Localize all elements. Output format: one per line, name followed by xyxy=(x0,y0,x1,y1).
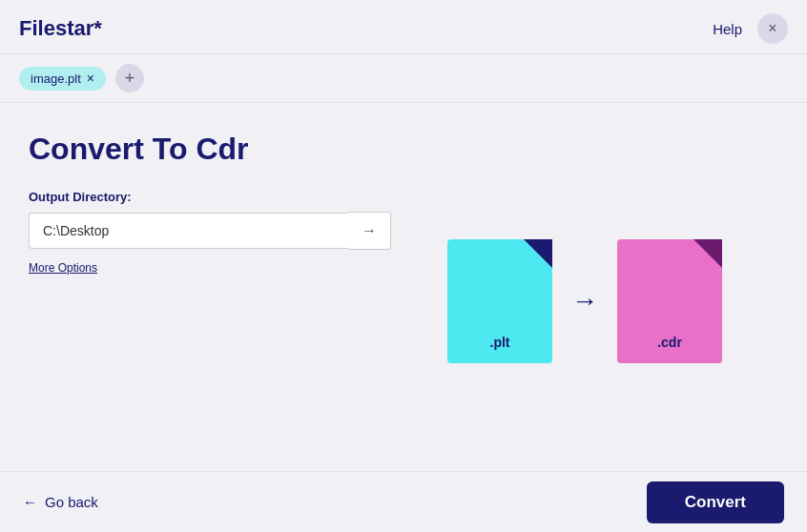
footer: ← Go back Convert xyxy=(0,471,807,532)
target-file-icon: .cdr xyxy=(617,239,722,363)
help-link[interactable]: Help xyxy=(713,21,742,37)
target-file-label: .cdr xyxy=(657,335,682,350)
file-tag-close-button[interactable]: × xyxy=(87,72,94,85)
arrow-right-icon: → xyxy=(362,222,377,239)
convert-button[interactable]: Convert xyxy=(647,481,784,523)
file-tag: image.plt × xyxy=(19,67,106,91)
tags-row: image.plt × + xyxy=(0,54,807,103)
header-actions: Help × xyxy=(713,13,788,44)
header: Filestar* Help × xyxy=(0,0,807,54)
conversion-visual: .plt → .cdr xyxy=(447,239,722,363)
source-file-label: .plt xyxy=(490,335,510,350)
app-logo: Filestar* xyxy=(19,16,102,41)
more-options-link[interactable]: More Options xyxy=(29,261,97,275)
main-content: Convert To Cdr Output Directory: → More … xyxy=(0,103,807,471)
conversion-arrow: → xyxy=(571,286,598,317)
add-file-button[interactable]: + xyxy=(115,64,144,92)
close-button[interactable]: × xyxy=(757,13,788,44)
arrow-icon: → xyxy=(571,286,598,317)
page-title: Convert To Cdr xyxy=(29,132,391,167)
file-tag-label: image.plt xyxy=(31,72,81,86)
directory-row: → xyxy=(29,212,391,250)
back-arrow-icon: ← xyxy=(23,494,37,510)
close-icon: × xyxy=(768,20,776,37)
right-panel: .plt → .cdr xyxy=(391,132,778,471)
add-icon: + xyxy=(125,69,135,89)
output-directory-label: Output Directory: xyxy=(29,190,391,204)
left-panel: Convert To Cdr Output Directory: → More … xyxy=(29,132,391,471)
go-back-label: Go back xyxy=(45,494,98,510)
go-back-button[interactable]: ← Go back xyxy=(23,494,98,510)
source-file-icon: .plt xyxy=(447,239,552,363)
directory-browse-button[interactable]: → xyxy=(348,212,391,250)
directory-input[interactable] xyxy=(29,213,348,249)
